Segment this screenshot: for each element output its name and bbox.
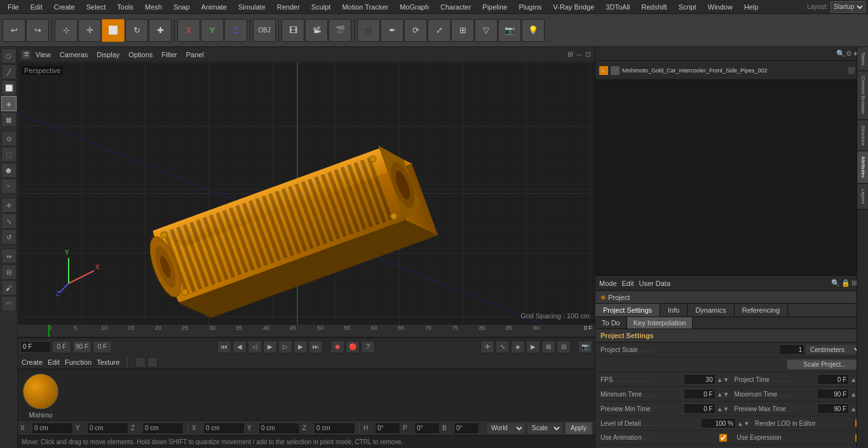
redo-button[interactable]: ↪ <box>26 19 49 42</box>
undo-button[interactable]: ↩ <box>3 19 25 42</box>
material-ball[interactable] <box>23 374 58 409</box>
play-btn[interactable]: ▶ <box>263 341 277 353</box>
vtab-attributes[interactable]: Attributes <box>857 151 868 184</box>
nurbs-button[interactable]: ⟳ <box>404 19 427 42</box>
object-mode-button[interactable]: OBJ <box>253 19 276 42</box>
array-tool[interactable]: ⊟ <box>1 264 17 280</box>
object-mode-tool[interactable]: ◈ <box>1 96 17 111</box>
mat-edit-btn-2[interactable] <box>147 357 158 367</box>
project-scale-unit-dropdown[interactable]: Centimeters <box>806 344 863 355</box>
material-function-menu[interactable]: Function <box>65 358 92 366</box>
view-tl-btn[interactable]: 📷 <box>578 341 592 353</box>
move-tool-button[interactable]: ✛ <box>78 19 101 42</box>
scale-project-button[interactable]: Scale Project... <box>787 359 863 370</box>
obj-visible-toggle[interactable] <box>848 67 855 74</box>
menu-sculpt[interactable]: Sculpt <box>306 2 336 12</box>
viewport-menu-btn[interactable]: ☰ <box>22 50 31 59</box>
z-rot-input[interactable] <box>314 423 355 434</box>
more-tl-btn[interactable]: ⊟ <box>557 341 571 353</box>
help-btn[interactable]: ? <box>361 341 375 353</box>
menu-redshift[interactable]: Redshift <box>636 2 672 12</box>
scale-dropdown[interactable]: Scale <box>527 423 562 434</box>
edit-tab[interactable]: Edit <box>622 280 634 287</box>
start-frame-input[interactable] <box>20 341 51 353</box>
material-texture-menu[interactable]: Texture <box>97 358 119 366</box>
sub-tab-todo[interactable]: To Do <box>595 317 627 329</box>
poly-mode-tool[interactable]: ⬜ <box>1 80 17 95</box>
p-input[interactable] <box>414 423 440 434</box>
next-key-btn[interactable]: ▷ <box>278 341 292 353</box>
preview-min-stepper[interactable]: ▲▼ <box>717 405 729 412</box>
timeline-btn-end[interactable]: 90 F <box>72 341 92 353</box>
render-button[interactable]: 🎬 <box>329 19 351 42</box>
texture-mode-tool[interactable]: ▦ <box>1 112 17 127</box>
x-pos-input[interactable] <box>32 423 73 434</box>
y-rot-input[interactable] <box>259 423 300 434</box>
menu-help[interactable]: Help <box>739 2 764 12</box>
go-to-end-btn[interactable]: ⏭ <box>309 341 323 353</box>
sculpt-tool[interactable]: ◠ <box>1 296 17 311</box>
menu-window[interactable]: Window <box>703 2 738 12</box>
viewport-display-menu[interactable]: Display <box>93 50 123 60</box>
use-animation-checkbox[interactable] <box>719 434 727 442</box>
spline-button[interactable]: ✒ <box>381 19 403 42</box>
vtab-structure[interactable]: Structure <box>857 120 868 151</box>
sub-tab-key-interpolation[interactable]: Key Interpolation <box>627 317 693 329</box>
light-button[interactable]: 💡 <box>522 19 545 42</box>
menu-snap[interactable]: Snap <box>168 2 195 12</box>
viewport-icon-2[interactable]: ↔ <box>576 51 583 58</box>
scale-tool-side[interactable]: ⤡ <box>1 214 17 229</box>
layout-dropdown[interactable]: Startup <box>831 1 865 13</box>
vtab-takes[interactable]: Takes <box>857 47 868 71</box>
user-data-tab[interactable]: User Data <box>639 280 671 287</box>
mode-lock-icon[interactable]: 🔒 <box>841 279 850 287</box>
apply-button[interactable]: Apply <box>565 422 592 435</box>
viewport-icon-3[interactable]: ⊡ <box>585 50 591 58</box>
tab-project-settings[interactable]: Project Settings <box>595 304 660 316</box>
fps-stepper[interactable]: ▲▼ <box>717 376 729 383</box>
mode-tab[interactable]: Mode <box>599 280 617 287</box>
menu-animate[interactable]: Animate <box>196 2 232 12</box>
menu-create[interactable]: Create <box>49 2 80 12</box>
mode-search-icon[interactable]: 🔍 <box>831 279 840 287</box>
move-tl-btn[interactable]: ✛ <box>480 341 494 353</box>
menu-mograph[interactable]: MoGraph <box>395 2 434 12</box>
min-time-stepper[interactable]: ▲▼ <box>717 391 729 398</box>
timeline-ruler[interactable]: 0 5 10 15 20 25 30 35 40 45 50 55 60 65 … <box>18 325 595 337</box>
lod-input[interactable] <box>701 418 736 428</box>
deformer-button[interactable]: ⤢ <box>428 19 451 42</box>
viewport-filter-menu[interactable]: Filter <box>158 50 180 60</box>
scale-tool-button[interactable]: ⬜ <box>102 19 125 42</box>
menu-simulate[interactable]: Simulate <box>233 2 271 12</box>
max-time-input[interactable] <box>817 389 849 399</box>
search-icon[interactable]: 🔍 <box>836 50 845 58</box>
playhead[interactable] <box>48 325 50 337</box>
h-input[interactable] <box>375 423 400 434</box>
menu-file[interactable]: File <box>3 2 24 12</box>
mograph-button[interactable]: ⊞ <box>451 19 474 42</box>
menu-vray[interactable]: V-Ray Bridge <box>548 2 600 12</box>
rectangular-select-tool[interactable]: ⬚ <box>1 147 17 162</box>
polygon-select-tool[interactable]: ⬟ <box>1 163 17 178</box>
menu-character[interactable]: Character <box>435 2 476 12</box>
prev-key-btn[interactable]: ◁ <box>248 341 262 353</box>
edge-mode-tool[interactable]: ╱ <box>1 64 17 79</box>
free-select-tool[interactable]: ~ <box>1 179 17 194</box>
y-axis-button[interactable]: Y <box>201 19 224 42</box>
y-pos-input[interactable] <box>87 423 128 434</box>
menu-motion-tracker[interactable]: Motion Tracker <box>337 2 393 12</box>
transform-tool-button[interactable]: ✚ <box>149 19 172 42</box>
vtab-content-browser[interactable]: Content Browser <box>857 71 868 120</box>
paint-tool[interactable]: 🖌 <box>1 280 17 295</box>
menu-tools[interactable]: Tools <box>112 2 139 12</box>
live-select-tool[interactable]: ⊙ <box>1 131 17 146</box>
viewport[interactable]: X Y Z Perspective Grid Spacing : 100 cm <box>18 62 595 325</box>
menu-mesh[interactable]: Mesh <box>140 2 167 12</box>
record-btn[interactable]: ⏺ <box>330 341 344 353</box>
viewport-cameras-menu[interactable]: Cameras <box>56 50 92 60</box>
camera-button[interactable]: 📷 <box>498 19 521 42</box>
material-edit-menu[interactable]: Edit <box>48 358 60 366</box>
menu-edit[interactable]: Edit <box>25 2 48 12</box>
menu-plugins[interactable]: Plugins <box>513 2 546 12</box>
auto-key-btn[interactable]: 🔴 <box>346 341 360 353</box>
